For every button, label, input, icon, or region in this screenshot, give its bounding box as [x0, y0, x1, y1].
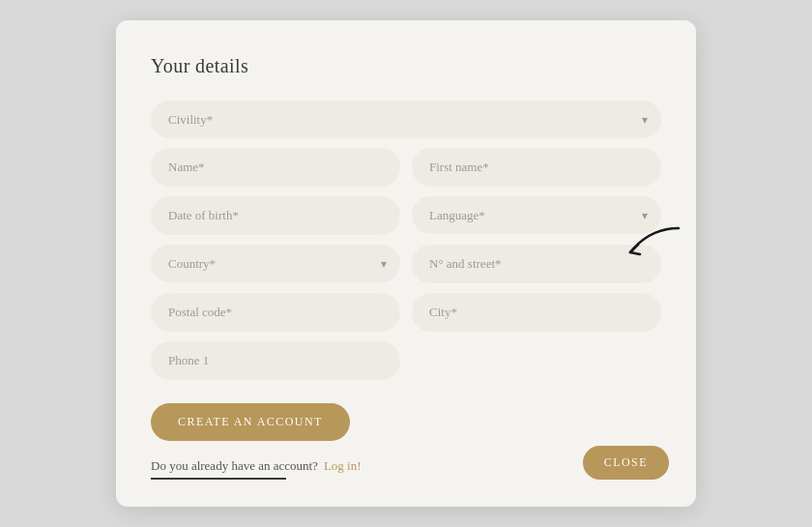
postal-input[interactable]	[151, 293, 400, 332]
civility-select[interactable]: Mr Mrs Ms	[151, 101, 661, 138]
language-select[interactable]: English French Spanish German	[412, 196, 661, 234]
dob-language-row: English French Spanish German ▾ Language…	[151, 196, 661, 235]
street-input[interactable]	[412, 245, 661, 283]
firstname-input[interactable]	[412, 148, 661, 187]
civility-row: Mr Mrs Ms ▾ Civility*	[151, 101, 661, 138]
phone-row	[151, 341, 661, 380]
create-account-button[interactable]: CREATE AN ACCOUNT	[151, 403, 350, 441]
dob-input[interactable]	[151, 196, 400, 235]
language-field: English French Spanish German ▾ Language…	[412, 196, 661, 235]
login-link[interactable]: Log in!	[324, 458, 362, 474]
civility-field: Mr Mrs Ms ▾ Civility*	[151, 101, 661, 138]
street-field	[412, 245, 661, 283]
registration-modal: Your details Mr Mrs Ms ▾ Civility*	[116, 20, 696, 507]
dob-field	[151, 196, 400, 235]
phone-field	[151, 341, 400, 380]
modal-title: Your details	[151, 55, 661, 77]
country-select[interactable]: France UK USA	[151, 245, 400, 282]
country-street-row: France UK USA ▾ Country*	[151, 245, 661, 283]
close-button[interactable]: CLOSE	[583, 446, 669, 480]
postal-city-row	[151, 293, 661, 332]
postal-field	[151, 293, 400, 332]
underline-decoration	[151, 478, 286, 480]
name-input[interactable]	[151, 148, 400, 187]
phone-input[interactable]	[151, 341, 400, 380]
name-field	[151, 148, 400, 187]
firstname-field	[412, 148, 661, 187]
name-row	[151, 148, 661, 187]
city-field	[412, 293, 661, 332]
login-question: Do you already have an account?	[151, 458, 318, 474]
city-input[interactable]	[412, 293, 661, 332]
country-field: France UK USA ▾ Country*	[151, 245, 400, 283]
